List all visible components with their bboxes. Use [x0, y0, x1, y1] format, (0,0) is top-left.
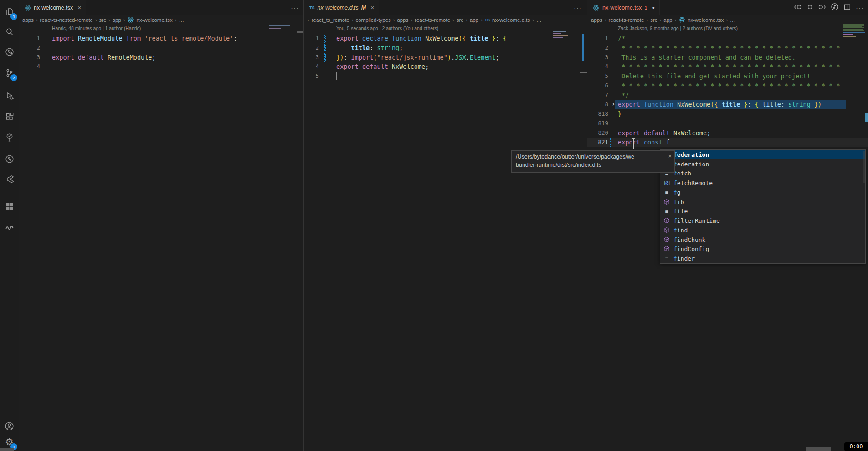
code-token: default	[644, 129, 670, 137]
suggest-item[interactable]: fib	[660, 197, 865, 207]
code-line[interactable]: 3export default RemoteModule;	[19, 53, 303, 62]
code-token	[359, 35, 362, 42]
line-number[interactable]: 818	[593, 109, 608, 119]
suggest-item[interactable]: [@]fetchRemote	[660, 178, 865, 188]
overview-ruler-mark	[297, 31, 303, 33]
source-control-icon[interactable]: 7	[0, 66, 19, 80]
code-token: This is a starter component and can be d…	[618, 54, 796, 61]
extensions-icon[interactable]	[0, 110, 19, 123]
code-line[interactable]: 4export default NxWelcome;	[304, 62, 587, 72]
squiggle-extension-icon[interactable]	[0, 220, 19, 234]
suggest-item[interactable]: filterRuntime	[660, 216, 865, 226]
explorer-icon[interactable]: 1	[0, 5, 19, 19]
code-token: title	[722, 101, 740, 108]
code-line[interactable]: 2 title: string;	[304, 43, 587, 53]
symbol-method-icon	[663, 236, 671, 243]
line-number[interactable]: 3	[593, 53, 608, 62]
code-line[interactable]: 3}): import("react/jsx-runtime").JSX.Ele…	[304, 53, 587, 62]
code-token: ;	[233, 35, 237, 42]
fold-chevron-icon[interactable]: ›	[611, 100, 615, 108]
suggest-item-label: federation	[673, 151, 709, 158]
code-line[interactable]: 819	[587, 119, 868, 128]
code-line[interactable]: 7 */	[587, 91, 868, 100]
line-number[interactable]: 820	[593, 128, 608, 138]
suggest-match-text: f	[673, 236, 677, 243]
code-token: )	[447, 54, 451, 61]
code-token	[359, 63, 362, 70]
vscode-window: 1 7	[0, 0, 868, 451]
line-number[interactable]: 3	[303, 53, 319, 62]
line-number[interactable]: 5	[593, 72, 608, 81]
code-line[interactable]: 5 Delete this file and get started with …	[587, 72, 868, 81]
run-and-debug-icon[interactable]	[0, 89, 19, 102]
account-icon[interactable]	[0, 419, 19, 433]
suggest-item[interactable]: findChunk	[660, 235, 865, 245]
line-number[interactable]: 2	[25, 43, 40, 53]
code-line[interactable]: 4 * * * * * * * * * * * * * * * * * * * …	[587, 62, 868, 72]
code-line[interactable]: 3 This is a starter component and can be…	[587, 53, 868, 62]
code-line[interactable]: 6 * * * * * * * * * * * * * * * * * * * …	[587, 81, 868, 91]
code-text: * * * * * * * * * * * * * * * * * * * * …	[618, 43, 840, 53]
code-token: /*	[618, 35, 625, 42]
suggest-item[interactable]: ≡file	[660, 207, 865, 216]
code-line[interactable]: 5	[304, 72, 587, 81]
search-icon[interactable]	[0, 25, 19, 39]
code-line[interactable]: 818}	[587, 109, 868, 119]
code-line[interactable]: 1import RemoteModule from 'react_ts_remo…	[19, 34, 303, 43]
line-number[interactable]: 6	[593, 81, 608, 91]
line-number[interactable]: 5	[303, 72, 319, 81]
line-number[interactable]: 819	[593, 119, 608, 128]
line-number[interactable]: 4	[25, 62, 40, 72]
grid-extension-icon[interactable]	[0, 200, 19, 213]
line-number[interactable]: 3	[25, 53, 40, 62]
settings-gear-icon[interactable]: ⚙ 1	[0, 435, 19, 449]
code-line[interactable]: 2 * * * * * * * * * * * * * * * * * * * …	[587, 43, 868, 53]
suggest-item[interactable]: ≡fg	[660, 188, 865, 197]
line-number[interactable]: 1	[593, 34, 608, 43]
code-token: {	[755, 101, 759, 108]
line-number[interactable]: 4	[303, 62, 319, 72]
code-line[interactable]: 1/*	[587, 34, 868, 43]
close-icon[interactable]: ×	[668, 152, 672, 160]
hexagon-k-extension-icon[interactable]	[0, 172, 19, 186]
suggest-item-label: fg	[673, 189, 681, 196]
line-number[interactable]: 821	[593, 138, 608, 147]
line-number[interactable]: 1	[25, 34, 40, 43]
code-line[interactable]: 8›export function NxWelcome({ title }: {…	[587, 100, 868, 109]
line-number[interactable]: 1	[303, 34, 319, 43]
remote-explorer-icon[interactable]	[0, 45, 19, 59]
line-number[interactable]: 2	[303, 43, 319, 53]
suggest-item[interactable]: find	[660, 226, 865, 235]
suggest-item[interactable]: ≡fetch	[660, 169, 865, 179]
code-text: export default NxWelcome;	[336, 62, 429, 72]
suggest-scrollbar[interactable]	[863, 151, 865, 183]
suggest-match-text: f	[673, 246, 677, 252]
minimap-line	[553, 33, 561, 34]
line-number[interactable]: 7	[593, 91, 608, 100]
suggest-item[interactable]: findConfig	[660, 245, 865, 254]
tree-extension-icon[interactable]	[0, 131, 19, 144]
code-token: title	[470, 35, 488, 42]
code-line[interactable]: 821export const f	[587, 138, 868, 147]
code-token: export	[618, 101, 640, 108]
code-line[interactable]: 1export declare function NxWelcome({ tit…	[304, 34, 587, 43]
code-text: }	[618, 109, 621, 119]
symbol-method-icon	[663, 227, 671, 234]
suggest-item[interactable]: ≡finder	[660, 254, 865, 263]
git-graph-icon[interactable]	[0, 152, 19, 166]
suggest-match-text: f	[673, 255, 677, 262]
minimap-line	[843, 25, 864, 26]
suggest-item[interactable]: ≡federation	[660, 150, 865, 159]
minimap-line	[843, 36, 856, 37]
suggest-item-label: fib	[673, 199, 684, 205]
line-number[interactable]: 4	[593, 62, 608, 72]
code-line[interactable]: 4	[19, 62, 303, 72]
suggest-item[interactable]: ≡federation	[660, 159, 865, 169]
code-token: Element	[470, 54, 496, 61]
line-number[interactable]: 2	[593, 43, 608, 53]
suggest-item-label: find	[673, 227, 688, 234]
code-line[interactable]: 820export default NxWelcome;	[587, 128, 868, 138]
code-line[interactable]: 2	[19, 43, 303, 53]
line-number[interactable]: 8	[593, 100, 608, 109]
code-token	[663, 138, 666, 146]
